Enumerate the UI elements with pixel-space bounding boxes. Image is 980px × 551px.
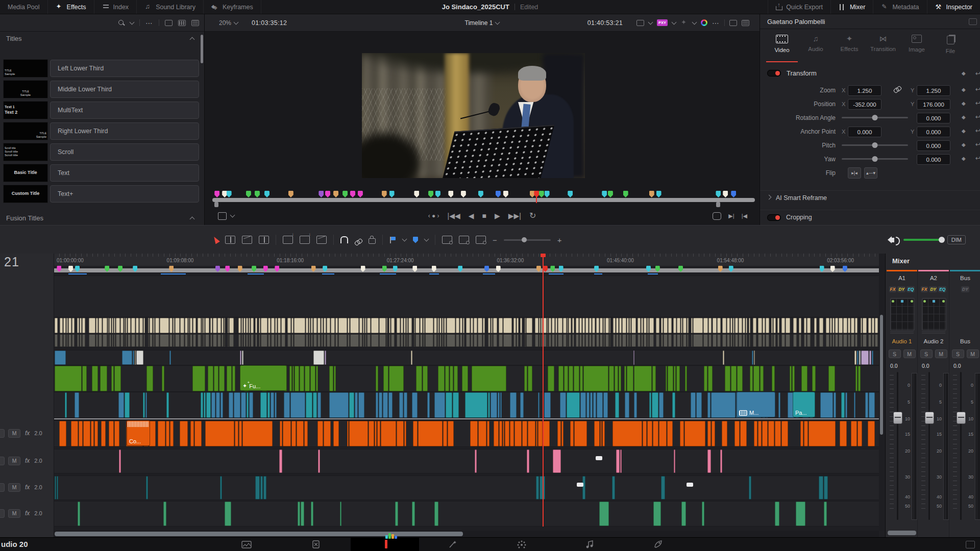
play-button[interactable]: ▶: [495, 212, 500, 219]
row-keyframe-icon[interactable]: ◆: [962, 156, 966, 161]
timeline-clip[interactable]: [527, 449, 529, 473]
timeline-clip[interactable]: [868, 334, 871, 347]
timeline-playhead[interactable]: [543, 254, 544, 527]
mute-button[interactable]: M: [903, 349, 916, 358]
timeline-clip[interactable]: [185, 334, 188, 347]
row-reset-icon[interactable]: ↩: [975, 113, 980, 120]
timeline-view-custom-icon[interactable]: [476, 236, 486, 244]
timeline-clip[interactable]: [78, 502, 80, 526]
timeline-clip[interactable]: [582, 318, 585, 333]
timeline-clip[interactable]: [238, 318, 241, 333]
previous-keyframe-button[interactable]: ‹ ● ›: [428, 213, 439, 219]
timeline-clip[interactable]: [835, 334, 838, 347]
timeline-clip[interactable]: [114, 366, 121, 391]
jog-marker[interactable]: [545, 191, 550, 197]
timeline-clip[interactable]: [126, 318, 127, 333]
timeline-clip[interactable]: [291, 334, 293, 347]
timeline-clip[interactable]: [567, 334, 568, 347]
timeline-clip[interactable]: [503, 318, 512, 333]
timeline-clip[interactable]: [310, 366, 315, 391]
menu-index[interactable]: Index: [94, 0, 137, 14]
timeline-clip[interactable]: [793, 334, 797, 347]
timeline-clip[interactable]: [463, 318, 464, 333]
timeline-clip[interactable]: [202, 318, 203, 333]
timeline-clip[interactable]: [103, 334, 107, 347]
marker-chevron-icon[interactable]: [424, 237, 429, 242]
dy-badge[interactable]: DY: [929, 286, 937, 292]
timeline-clip[interactable]: [552, 334, 555, 347]
timeline-clip[interactable]: [327, 334, 330, 347]
mute-button[interactable]: M: [967, 349, 979, 358]
timeline-clip[interactable]: [574, 366, 579, 391]
timeline-clip[interactable]: [793, 318, 797, 333]
timeline-clip[interactable]: [60, 334, 63, 347]
timeline-clip[interactable]: [572, 334, 574, 347]
timeline-clip[interactable]: [851, 318, 854, 333]
jog-marker[interactable]: [382, 191, 387, 197]
timeline-clip[interactable]: [576, 334, 579, 347]
timeline-clip[interactable]: [316, 366, 318, 391]
timeline-clip[interactable]: [528, 421, 535, 446]
timeline-clip[interactable]: [683, 318, 687, 333]
timeline-clip[interactable]: [415, 334, 420, 347]
timeline-clip[interactable]: [753, 366, 760, 391]
timeline-clip[interactable]: [488, 392, 490, 418]
timeline-clip[interactable]: [703, 318, 708, 333]
timeline-clip[interactable]: [830, 334, 832, 347]
timeline-clip[interactable]: [275, 334, 277, 347]
timeline-clip[interactable]: [749, 318, 750, 333]
timeline-clip[interactable]: [160, 318, 169, 333]
timeline-clip[interactable]: [500, 392, 502, 418]
timeline-clip[interactable]: [616, 449, 620, 473]
timeline-clip[interactable]: [517, 318, 519, 333]
jog-marker[interactable]: [602, 191, 607, 197]
jog-marker[interactable]: [461, 191, 466, 197]
timeline-clip[interactable]: [857, 421, 862, 446]
timeline-clip[interactable]: [324, 421, 331, 446]
timeline-clip[interactable]: [740, 421, 747, 446]
timeline-clip[interactable]: [861, 334, 862, 347]
timeline-clip[interactable]: [216, 392, 220, 418]
timeline-clip[interactable]: [63, 318, 66, 333]
dy-badge[interactable]: DY: [897, 286, 905, 292]
timeline-clip[interactable]: [659, 421, 667, 446]
timeline-clip[interactable]: [139, 318, 143, 333]
timeline-clip[interactable]: [420, 318, 423, 333]
timeline-clip[interactable]: [211, 392, 215, 418]
timeline-clip[interactable]: [287, 334, 291, 347]
menu-media-pool[interactable]: Media Pool: [0, 0, 48, 14]
timeline-clip[interactable]: [647, 334, 649, 347]
timeline-clip[interactable]: [775, 502, 779, 526]
timeline-clip[interactable]: [622, 318, 626, 333]
timeline-clip[interactable]: [260, 392, 267, 418]
timeline-clip[interactable]: [771, 318, 773, 333]
page-cut-button[interactable]: [311, 540, 322, 550]
mute-button[interactable]: M: [8, 429, 20, 438]
timeline-clip[interactable]: [65, 392, 67, 418]
timeline-clip[interactable]: [576, 318, 579, 333]
timeline-clip[interactable]: [539, 334, 541, 347]
timeline-clip[interactable]: [465, 392, 487, 418]
menu-mixer[interactable]: Mixer: [830, 0, 873, 14]
timeline-clip[interactable]: [466, 334, 470, 347]
timeline-clip[interactable]: [547, 318, 548, 333]
timeline-clip[interactable]: [369, 421, 374, 446]
timeline-clip[interactable]: [219, 366, 225, 391]
timeline-clip[interactable]: [109, 318, 111, 333]
timeline-clip[interactable]: [691, 392, 696, 418]
timeline-clip[interactable]: [569, 366, 573, 391]
timeline-clip[interactable]: [75, 392, 79, 418]
timeline-clip[interactable]: [71, 421, 78, 446]
timeline-clip[interactable]: [206, 392, 211, 418]
timeline-clip[interactable]: [261, 318, 267, 333]
transform-toggle[interactable]: [767, 70, 781, 77]
timeline-clip[interactable]: [283, 421, 291, 446]
fx-badge[interactable]: FX: [921, 286, 928, 292]
timeline-clip[interactable]: [227, 366, 232, 391]
timeline-clip[interactable]: [148, 318, 149, 333]
timeline-clip[interactable]: [536, 421, 537, 446]
safe-area-icon[interactable]: [636, 20, 644, 26]
timeline-clip[interactable]: [383, 366, 388, 391]
link-clips-icon[interactable]: [355, 239, 362, 246]
timeline-clip[interactable]: [828, 366, 835, 391]
